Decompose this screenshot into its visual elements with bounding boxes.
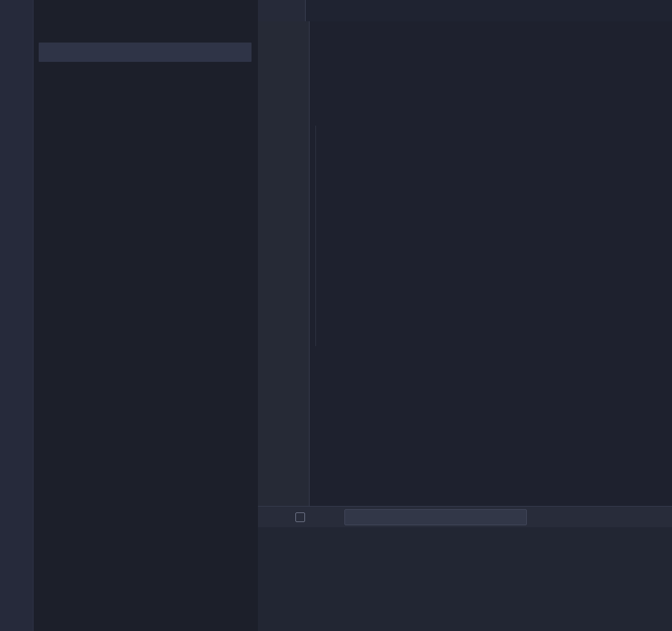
- stepper-updown-icon: [237, 48, 245, 57]
- zoom-in-button[interactable]: [285, 6, 295, 15]
- terminal-menu: [258, 506, 672, 527]
- workspaces-row: [34, 20, 258, 36]
- listen-transactions-checkbox[interactable]: [295, 512, 305, 522]
- side-panel: [34, 0, 258, 631]
- terminal-search-input[interactable]: [344, 509, 527, 525]
- remix-app: [0, 0, 672, 631]
- tree-toolbar: [34, 62, 258, 73]
- zoom-out-button[interactable]: [266, 6, 275, 15]
- panel-header: [34, 0, 258, 20]
- code-editor[interactable]: [258, 21, 672, 506]
- line-number-gutter: [258, 21, 310, 506]
- icon-sidebar: [0, 0, 34, 631]
- documentation-book-icon[interactable]: [235, 10, 245, 20]
- terminal[interactable]: [258, 527, 672, 631]
- workspace-select[interactable]: [39, 43, 252, 62]
- indent-guide: [315, 126, 316, 346]
- editor-pane: [258, 0, 672, 631]
- tab-strip: [258, 0, 672, 21]
- editor-zoom-controls: [258, 0, 306, 21]
